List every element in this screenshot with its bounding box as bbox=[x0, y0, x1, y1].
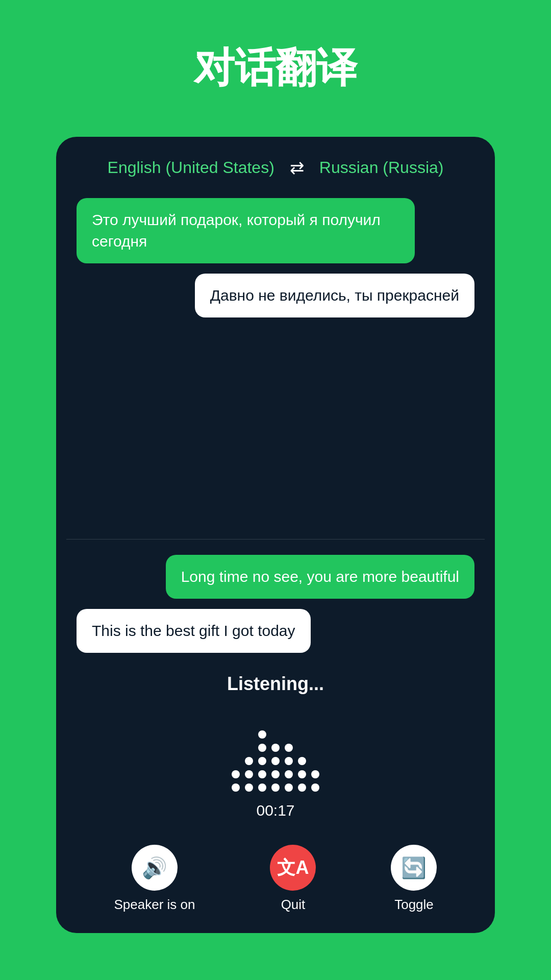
speaker-label: Speaker is on bbox=[114, 897, 195, 913]
msg-top-green: Это лучший подарок, который я получил се… bbox=[77, 198, 415, 263]
app-title: 对话翻译 bbox=[194, 41, 357, 96]
quit-control[interactable]: 文A Quit bbox=[270, 845, 316, 913]
speaker-icon: 🔊 bbox=[142, 856, 167, 880]
messages-bottom-area: Long time no see, you are more beautiful… bbox=[56, 540, 495, 663]
toggle-icon: 🔄 bbox=[401, 856, 427, 880]
dot bbox=[232, 783, 240, 792]
listening-label: Listening... bbox=[227, 673, 324, 695]
dot bbox=[311, 783, 319, 792]
dot bbox=[245, 757, 253, 765]
wave-col-3 bbox=[258, 730, 266, 792]
swap-icon[interactable]: ⇄ bbox=[290, 157, 304, 178]
wave-col-4 bbox=[271, 744, 280, 792]
toggle-label: Toggle bbox=[394, 897, 434, 913]
dot bbox=[258, 757, 266, 765]
timer: 00:17 bbox=[256, 802, 294, 819]
quit-button[interactable]: 文A bbox=[270, 845, 316, 891]
dot bbox=[285, 770, 293, 778]
msg-bottom-white: This is the best gift I got today bbox=[77, 609, 311, 653]
toggle-control[interactable]: 🔄 Toggle bbox=[391, 845, 437, 913]
msg-bottom-green-text: Long time no see, you are more beautiful bbox=[181, 568, 459, 585]
dot bbox=[271, 770, 280, 778]
dot bbox=[258, 770, 266, 778]
dot bbox=[311, 770, 319, 778]
dot bbox=[245, 783, 253, 792]
lang-right[interactable]: Russian (Russia) bbox=[319, 158, 444, 177]
lang-left[interactable]: English (United States) bbox=[108, 158, 274, 177]
dot bbox=[245, 770, 253, 778]
quit-label: Quit bbox=[281, 897, 306, 913]
dot bbox=[298, 783, 306, 792]
speaker-button[interactable]: 🔊 bbox=[132, 845, 178, 891]
dot bbox=[298, 757, 306, 765]
dot bbox=[258, 783, 266, 792]
dot bbox=[285, 757, 293, 765]
listening-area: Listening... bbox=[56, 663, 495, 835]
wave-col-5 bbox=[285, 744, 293, 792]
msg-top-white-text: Давно не виделись, ты прекрасней bbox=[210, 285, 459, 306]
wave-col-2 bbox=[245, 757, 253, 792]
wave-col-1 bbox=[232, 770, 240, 792]
dot bbox=[285, 783, 293, 792]
dot bbox=[271, 783, 280, 792]
quit-icon: 文A bbox=[277, 855, 309, 880]
wave-col-7 bbox=[311, 770, 319, 792]
waveform bbox=[232, 710, 319, 792]
dot bbox=[298, 770, 306, 778]
msg-bottom-white-text: This is the best gift I got today bbox=[92, 622, 295, 639]
language-header: English (United States) ⇄ Russian (Russi… bbox=[56, 137, 495, 188]
msg-top-white: Давно не виделись, ты прекрасней bbox=[195, 274, 474, 317]
messages-top-area: Давно не виделись, ты прекрасней Это луч… bbox=[56, 188, 495, 539]
dot bbox=[232, 770, 240, 778]
main-card: English (United States) ⇄ Russian (Russi… bbox=[56, 137, 495, 933]
msg-bottom-green: Long time no see, you are more beautiful bbox=[166, 555, 474, 599]
dot bbox=[271, 744, 280, 752]
msg-top-green-text: Это лучший подарок, который я получил се… bbox=[92, 209, 399, 252]
bottom-controls: 🔊 Speaker is on 文A Quit 🔄 Toggle bbox=[56, 835, 495, 933]
wave-col-6 bbox=[298, 757, 306, 792]
dot bbox=[285, 744, 293, 752]
dot bbox=[258, 730, 266, 739]
speaker-control[interactable]: 🔊 Speaker is on bbox=[114, 845, 195, 913]
dot bbox=[258, 744, 266, 752]
toggle-button[interactable]: 🔄 bbox=[391, 845, 437, 891]
dot bbox=[271, 757, 280, 765]
